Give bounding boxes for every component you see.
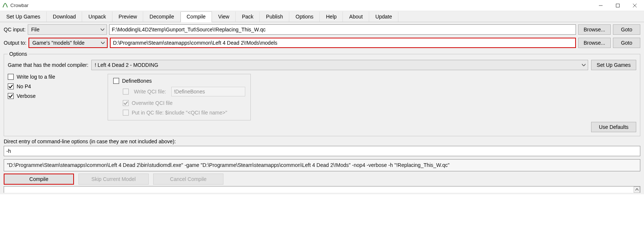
options-head-row: Game that has the model compiler: ! Left… — [8, 60, 636, 70]
game-compiler-value: ! Left 4 Dead 2 - MODDING — [95, 62, 158, 68]
qc-input-label: QC input: — [4, 27, 26, 32]
output-to-goto-button[interactable]: Goto — [613, 38, 640, 48]
qc-input-path[interactable]: F:\Modding\L4D2\temp\Gunport_Tut\Source\… — [109, 24, 576, 35]
game-compiler-select[interactable]: ! Left 4 Dead 2 - MODDING — [91, 60, 588, 70]
options-legend: Options — [8, 51, 28, 57]
qc-input-mode-select[interactable]: File — [28, 24, 107, 35]
maximize-button[interactable] — [609, 0, 626, 11]
write-qci-value: !DefineBones — [171, 87, 245, 96]
qc-input-browse-button[interactable]: Browse... — [578, 24, 611, 35]
titlebar: Crowbar — [0, 0, 644, 11]
output-to-mode-value: Game's "models" folde — [32, 40, 84, 46]
definebones-label: DefineBones — [122, 78, 152, 84]
output-to-path[interactable]: D:\Programme\Steam\steamapps\common\Left… — [110, 38, 576, 48]
options-column-left: Write log to a file No P4 Verbose — [8, 74, 101, 120]
scroll-up-button[interactable] — [634, 186, 640, 193]
output-to-label: Output to: — [4, 40, 26, 46]
svg-rect-1 — [616, 4, 620, 7]
put-in-qc-label: Put in QC file: $include "<QCI file name… — [132, 110, 227, 116]
chevron-down-icon — [582, 63, 586, 67]
write-log-label: Write log to a file — [17, 74, 55, 80]
chevron-down-icon — [101, 41, 105, 45]
overwrite-qci-label: Overwrite QCI file — [132, 100, 172, 106]
output-to-row: Output to: Game's "models" folde D:\Prog… — [4, 38, 640, 48]
command-line-preview: "D:\Programme\Steam\steamapps\common\Lef… — [4, 159, 640, 171]
tab-help[interactable]: Help — [320, 11, 343, 22]
output-to-mode-select[interactable]: Game's "models" folde — [28, 38, 108, 48]
window-title: Crowbar — [10, 3, 592, 8]
compile-panel: QC input: File F:\Modding\L4D2\temp\Gunp… — [0, 22, 644, 194]
compile-button[interactable]: Compile — [4, 174, 74, 185]
checkbox-box — [113, 78, 119, 84]
definebones-subgroup: Write QCI file: !DefineBones Overwrite Q… — [123, 87, 245, 116]
tab-setup-games[interactable]: Set Up Games — [0, 11, 47, 22]
minimize-button[interactable] — [592, 0, 609, 11]
game-compiler-label: Game that has the model compiler: — [8, 62, 88, 68]
qc-input-row: QC input: File F:\Modding\L4D2\temp\Gunp… — [4, 24, 640, 35]
checkbox-box — [8, 93, 14, 99]
close-button[interactable] — [626, 0, 643, 11]
tab-update[interactable]: Update — [369, 11, 398, 22]
definebones-group: DefineBones Write QCI file: !DefineBones… — [108, 74, 251, 120]
chevron-down-icon — [101, 28, 104, 31]
tab-compile[interactable]: Compile — [181, 11, 212, 22]
write-qci-checkbox: Write QCI file: !DefineBones — [123, 87, 245, 96]
window-controls — [592, 0, 643, 11]
tab-bar: Set Up Games Download Unpack Preview Dec… — [0, 11, 644, 22]
checkbox-box — [123, 110, 129, 116]
skip-current-model-button: Skip Current Model — [78, 174, 149, 185]
write-log-checkbox[interactable]: Write log to a file — [8, 74, 101, 80]
compile-output-area[interactable] — [4, 186, 640, 193]
set-up-games-button[interactable]: Set Up Games — [591, 60, 636, 70]
overwrite-qci-checkbox: Overwrite QCI file — [123, 100, 245, 106]
options-grid: Write log to a file No P4 Verbose — [8, 74, 636, 120]
checkbox-box — [123, 100, 129, 106]
verbose-label: Verbose — [17, 93, 36, 99]
checkbox-box — [8, 83, 14, 89]
verbose-checkbox[interactable]: Verbose — [8, 93, 101, 99]
tab-download[interactable]: Download — [47, 11, 82, 22]
app-logo-icon — [2, 3, 8, 8]
direct-entry-label: Direct entry of command-line options (in… — [4, 138, 640, 144]
no-p4-label: No P4 — [17, 83, 31, 89]
cancel-compile-button: Cancel Compile — [153, 174, 223, 185]
tab-options[interactable]: Options — [289, 11, 320, 22]
checkbox-box — [123, 89, 129, 95]
no-p4-checkbox[interactable]: No P4 — [8, 83, 101, 89]
tab-decompile[interactable]: Decompile — [143, 11, 180, 22]
checkbox-box — [8, 74, 14, 80]
tab-unpack[interactable]: Unpack — [82, 11, 112, 22]
tab-about[interactable]: About — [343, 11, 369, 22]
direct-entry-input[interactable]: -h — [4, 146, 640, 156]
tab-view[interactable]: View — [212, 11, 236, 22]
use-defaults-button[interactable]: Use Defaults — [591, 122, 636, 132]
action-row: Compile Skip Current Model Cancel Compil… — [4, 174, 640, 185]
output-to-browse-button[interactable]: Browse... — [578, 38, 611, 48]
tab-publish[interactable]: Publish — [260, 11, 289, 22]
put-in-qc-checkbox: Put in QC file: $include "<QCI file name… — [123, 110, 245, 116]
definebones-checkbox[interactable]: DefineBones — [113, 78, 245, 84]
qc-input-goto-button[interactable]: Goto — [613, 24, 640, 35]
write-qci-label: Write QCI file: — [134, 89, 166, 95]
options-fieldset: Options Game that has the model compiler… — [4, 51, 640, 136]
use-defaults-row: Use Defaults — [8, 122, 636, 132]
tab-pack[interactable]: Pack — [236, 11, 260, 22]
tab-preview[interactable]: Preview — [112, 11, 144, 22]
qc-input-mode-value: File — [31, 27, 40, 32]
